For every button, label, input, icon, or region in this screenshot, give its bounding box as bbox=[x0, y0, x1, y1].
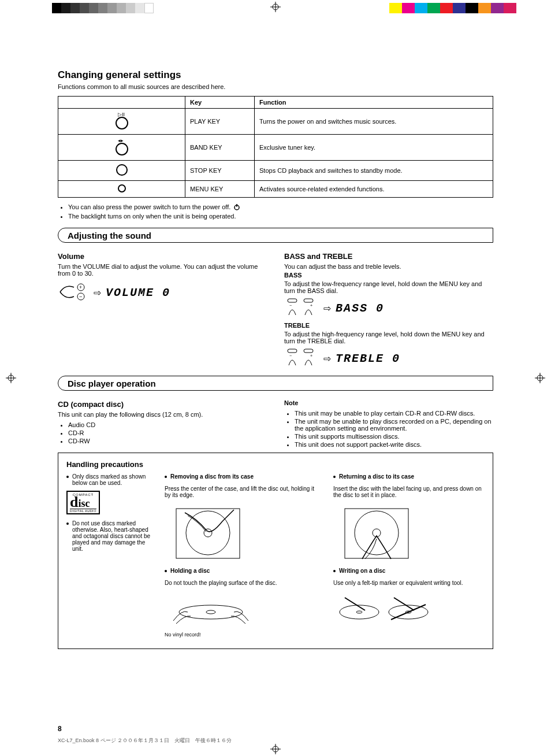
volume-lcd: VOLUME 0 bbox=[106, 286, 170, 299]
svg-text:−: − bbox=[289, 354, 292, 358]
function-table: Key Function ▷II PLAY KEY Turns the powe… bbox=[58, 96, 493, 198]
handling-left: Only discs marked as shown below can be … bbox=[66, 472, 153, 643]
basstreble-intro: You can adjust the bass and treble level… bbox=[284, 263, 493, 270]
color-swatches bbox=[389, 3, 516, 13]
registration-mark-icon bbox=[270, 744, 281, 754]
r1-heading: Removing a disc from its case bbox=[170, 473, 254, 480]
write-disc-illustration bbox=[333, 592, 431, 627]
svg-point-16 bbox=[117, 165, 127, 175]
svg-point-13 bbox=[116, 117, 128, 129]
compact-disc-logo: COMPACT disc DIGITAL AUDIO bbox=[66, 491, 100, 514]
key-func: Exclusive tuner key. bbox=[255, 135, 493, 161]
volume-column: Volume Turn the VOLUME dial to adjust th… bbox=[58, 250, 267, 372]
svg-line-45 bbox=[394, 598, 414, 610]
svg-point-15 bbox=[116, 143, 128, 155]
intro-text: Functions common to all music sources ar… bbox=[58, 83, 493, 90]
svg-point-38 bbox=[179, 605, 243, 619]
power-icon bbox=[233, 203, 240, 212]
list-item: Audio CD bbox=[68, 421, 267, 428]
basstreble-heading: BASS and TREBLE bbox=[284, 252, 493, 261]
svg-rect-35 bbox=[345, 509, 408, 558]
note-item: The backlight turns on only when the uni… bbox=[68, 213, 493, 220]
section-heading-disc: Disc player operation bbox=[58, 376, 493, 391]
key-name: BAND KEY bbox=[185, 135, 255, 161]
list-item: CD-RW bbox=[68, 438, 267, 444]
svg-text:+: + bbox=[79, 284, 82, 290]
svg-text:+: + bbox=[310, 303, 312, 307]
svg-text:+: + bbox=[310, 354, 312, 358]
treble-text: To adjust the high-frequency range level… bbox=[284, 331, 493, 344]
registration-mark-icon bbox=[535, 373, 545, 383]
key-name: STOP KEY bbox=[185, 161, 255, 181]
svg-rect-28 bbox=[288, 349, 297, 353]
r2-heading: Returning a disc to its case bbox=[339, 473, 414, 480]
svg-rect-24 bbox=[288, 299, 297, 302]
svg-point-17 bbox=[118, 185, 125, 192]
play-pause-icon: ▷II bbox=[111, 111, 133, 132]
r3-heading: Holding a disc bbox=[170, 568, 210, 574]
bass-dial-icon: − + bbox=[284, 298, 319, 318]
list-item: This unit does not support packet-write … bbox=[295, 441, 493, 448]
remove-disc-col: Removing a disc from its case Press the … bbox=[165, 472, 316, 563]
svg-text:◂▸: ◂▸ bbox=[118, 138, 124, 143]
r2-text: Insert the disc with the label facing up… bbox=[333, 486, 485, 498]
th-key: Key bbox=[185, 97, 255, 109]
bass-heading: BASS bbox=[284, 272, 302, 279]
table-row: ◂▸ BAND KEY Exclusive tuner key. bbox=[58, 135, 493, 161]
left-text-1: Only discs marked as shown below can be … bbox=[72, 473, 153, 486]
cd-info-column: CD (compact disc) This unit can play the… bbox=[58, 398, 267, 453]
write-disc-col: Writing on a disc Use only a felt-tip ma… bbox=[333, 566, 485, 643]
footer-file-text: XC-L7_En.book 8 ページ ２００６年１月３１日 火曜日 午後６時１… bbox=[58, 737, 232, 744]
svg-point-36 bbox=[355, 511, 399, 555]
cd-heading: CD (compact disc) bbox=[58, 400, 267, 409]
volume-dial-icon: + − bbox=[58, 280, 89, 305]
section-heading-sound: Adjusting the sound bbox=[58, 228, 493, 243]
svg-point-39 bbox=[206, 610, 215, 614]
note-heading: Note bbox=[284, 399, 298, 406]
bass-lcd: BASS 0 bbox=[336, 302, 384, 315]
cd-text: This unit can play the following discs (… bbox=[58, 411, 267, 418]
page-content: Changing general settings Functions comm… bbox=[58, 69, 493, 649]
stop-icon bbox=[114, 163, 130, 178]
registration-mark-icon bbox=[270, 2, 281, 12]
no-vinyl-text: No vinyl record! bbox=[165, 632, 316, 638]
r4-text: Use only a felt-tip marker or equivalent… bbox=[333, 580, 485, 586]
page-number: 8 bbox=[58, 725, 62, 733]
bass-text: To adjust the low-frequency range level,… bbox=[284, 280, 493, 294]
cd-note-column: Note This unit may be unable to play cer… bbox=[284, 398, 493, 453]
key-func: Stops CD playback and switches to standb… bbox=[255, 161, 493, 181]
remove-disc-illustration bbox=[165, 504, 251, 562]
return-disc-illustration bbox=[333, 504, 420, 562]
th-blank bbox=[58, 97, 185, 109]
treble-lcd: TREBLE 0 bbox=[336, 352, 400, 365]
svg-text:−: − bbox=[79, 294, 82, 299]
treble-heading: TREBLE bbox=[284, 322, 310, 329]
svg-text:▷II: ▷II bbox=[118, 112, 125, 117]
key-name: MENU KEY bbox=[185, 181, 255, 198]
treble-dial-icon: − + bbox=[284, 348, 319, 369]
svg-text:−: − bbox=[289, 303, 292, 307]
band-icon: ◂▸ bbox=[111, 137, 133, 158]
svg-point-41 bbox=[356, 611, 362, 613]
key-func: Turns the power on and switches music so… bbox=[255, 109, 493, 135]
list-item: This unit may be unable to play certain … bbox=[295, 410, 493, 417]
handling-heading: Handling precautions bbox=[66, 460, 485, 469]
arrow-right-icon: ⇨ bbox=[323, 353, 331, 364]
svg-rect-26 bbox=[304, 299, 313, 302]
svg-line-42 bbox=[345, 598, 365, 610]
hold-disc-illustration bbox=[165, 592, 257, 627]
grayscale-swatches bbox=[52, 3, 154, 13]
handling-precautions-box: Handling precautions Only discs marked a… bbox=[58, 453, 493, 649]
footer-metadata: XC-L7_En.book 8 ページ ２００６年１月３１日 火曜日 午後６時１… bbox=[58, 737, 493, 744]
hold-disc-col: Holding a disc Do not touch the playing … bbox=[165, 566, 316, 643]
menu-icon bbox=[116, 183, 128, 195]
note-item: You can also press the power switch to t… bbox=[68, 203, 493, 212]
list-item: CD-R bbox=[68, 429, 267, 436]
r1-text: Press the center of the case, and lift t… bbox=[165, 486, 316, 498]
table-row: STOP KEY Stops CD playback and switches … bbox=[58, 161, 493, 181]
table-row: MENU KEY Activates source-related extend… bbox=[58, 181, 493, 198]
key-name: PLAY KEY bbox=[185, 109, 255, 135]
arrow-right-icon: ⇨ bbox=[94, 287, 101, 298]
list-item: The unit may be unable to play discs rec… bbox=[295, 418, 493, 432]
general-notes: You can also press the power switch to t… bbox=[68, 203, 493, 220]
